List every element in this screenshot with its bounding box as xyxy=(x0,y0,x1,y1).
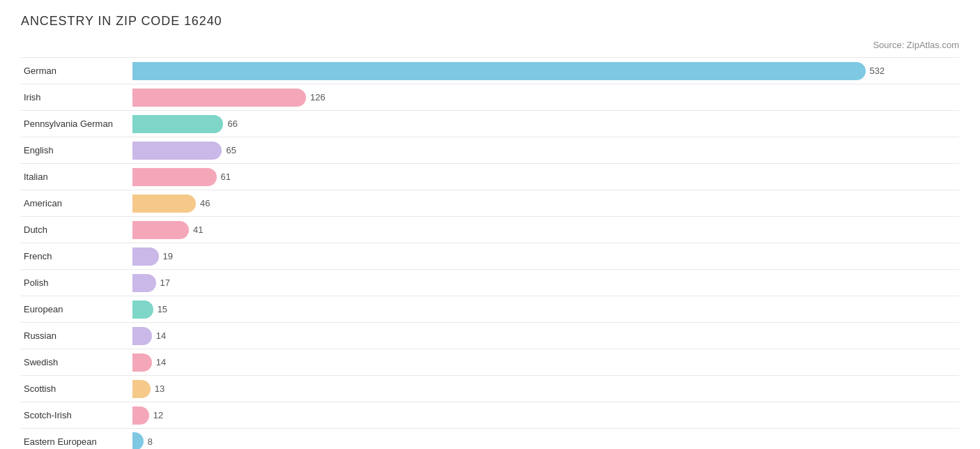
bar-fill-italian xyxy=(132,168,217,186)
bar-fill-dutch xyxy=(132,221,189,239)
chart-container: ANCESTRY IN ZIP CODE 16240 Source: ZipAt… xyxy=(21,14,959,449)
bar-label-scottish: Scottish xyxy=(21,383,132,394)
bar-track-irish: 126 xyxy=(132,84,959,110)
bar-row-american: American46 xyxy=(21,190,959,216)
bar-value-scotch-irish: 12 xyxy=(153,410,163,420)
bar-track-eastern-european: 8 xyxy=(132,429,959,449)
bar-track-scottish: 13 xyxy=(132,376,959,402)
bar-track-italian: 61 xyxy=(132,164,959,190)
bar-value-polish: 17 xyxy=(160,277,170,288)
bar-label-italian: Italian xyxy=(21,172,132,182)
bar-label-french: French xyxy=(21,251,132,261)
bar-row-irish: Irish126 xyxy=(21,84,959,110)
bar-fill-swedish xyxy=(132,353,152,372)
bar-track-french: 19 xyxy=(132,243,959,269)
bar-value-italian: 61 xyxy=(221,172,231,182)
bar-value-penn-german: 66 xyxy=(227,119,237,129)
bar-label-german: German xyxy=(21,66,132,76)
bar-label-dutch: Dutch xyxy=(21,224,132,235)
bar-label-russian: Russian xyxy=(21,330,132,341)
bar-fill-irish xyxy=(132,89,306,107)
bar-fill-french xyxy=(132,248,159,266)
bar-row-german: German532 xyxy=(21,57,959,84)
bar-value-irish: 126 xyxy=(310,92,326,102)
bar-track-penn-german: 66 xyxy=(132,111,959,137)
bar-label-polish: Polish xyxy=(21,277,132,288)
bar-row-italian: Italian61 xyxy=(21,163,959,190)
bar-row-eastern-european: Eastern European8 xyxy=(21,428,959,449)
bar-track-european: 15 xyxy=(132,296,959,322)
bar-value-russian: 14 xyxy=(156,330,166,341)
bar-value-american: 46 xyxy=(200,198,210,208)
bar-track-german: 532 xyxy=(132,58,959,84)
source-label: Source: ZipAtlas.com xyxy=(21,40,959,50)
bar-label-penn-german: Pennsylvania German xyxy=(21,119,132,129)
bar-track-polish: 17 xyxy=(132,270,959,296)
bar-value-dutch: 41 xyxy=(193,224,203,235)
bar-track-swedish: 14 xyxy=(132,349,959,375)
bar-fill-polish xyxy=(132,274,156,292)
bar-fill-penn-german xyxy=(132,115,223,133)
chart-title: ANCESTRY IN ZIP CODE 16240 xyxy=(21,14,959,29)
bar-fill-european xyxy=(132,300,153,319)
bar-row-penn-german: Pennsylvania German66 xyxy=(21,110,959,137)
bar-row-french: French19 xyxy=(21,243,959,269)
bar-row-russian: Russian14 xyxy=(21,322,959,349)
bar-track-american: 46 xyxy=(132,190,959,216)
bar-track-russian: 14 xyxy=(132,323,959,349)
bar-value-eastern-european: 8 xyxy=(148,436,153,447)
bar-label-european: European xyxy=(21,304,132,314)
bar-label-scotch-irish: Scotch-Irish xyxy=(21,410,132,420)
bar-fill-english xyxy=(132,142,222,160)
bar-track-english: 65 xyxy=(132,137,959,163)
bar-label-english: English xyxy=(21,145,132,155)
bar-value-swedish: 14 xyxy=(156,357,166,367)
bar-track-dutch: 41 xyxy=(132,217,959,243)
bar-fill-scotch-irish xyxy=(132,406,149,425)
bar-value-european: 15 xyxy=(158,304,167,314)
bar-fill-american xyxy=(132,195,196,213)
bar-value-scottish: 13 xyxy=(155,383,164,394)
bar-row-swedish: Swedish14 xyxy=(21,349,959,375)
bar-row-scotch-irish: Scotch-Irish12 xyxy=(21,402,959,428)
bar-value-german: 532 xyxy=(870,66,885,76)
bar-fill-eastern-european xyxy=(132,432,144,449)
bars-container: German532Irish126Pennsylvania German66En… xyxy=(21,57,959,449)
bar-label-irish: Irish xyxy=(21,92,132,102)
bar-row-scottish: Scottish13 xyxy=(21,375,959,402)
bar-row-european: European15 xyxy=(21,296,959,322)
bar-row-dutch: Dutch41 xyxy=(21,216,959,243)
bar-row-english: English65 xyxy=(21,137,959,163)
bar-row-polish: Polish17 xyxy=(21,269,959,296)
bar-fill-german xyxy=(132,62,866,80)
bar-fill-scottish xyxy=(132,380,151,398)
bar-value-english: 65 xyxy=(226,145,236,155)
bar-label-american: American xyxy=(21,198,132,208)
chart-area: German532Irish126Pennsylvania German66En… xyxy=(21,57,959,449)
bar-fill-russian xyxy=(132,327,152,345)
bar-track-scotch-irish: 12 xyxy=(132,402,959,428)
bar-label-swedish: Swedish xyxy=(21,357,132,367)
bar-label-eastern-european: Eastern European xyxy=(21,436,132,447)
bar-value-french: 19 xyxy=(163,251,173,261)
